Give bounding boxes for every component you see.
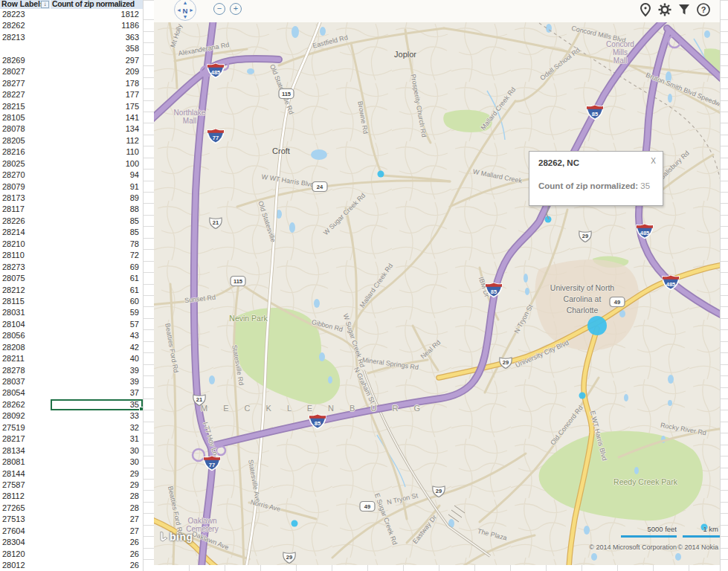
row-label-cell[interactable]: 28079 [0,181,51,193]
table-row[interactable]: 2814429 [0,468,143,480]
count-value-cell[interactable]: 358 [51,43,143,54]
count-value-cell[interactable]: 57 [51,319,143,330]
row-label-cell[interactable]: 28223 [0,9,51,20]
count-value-cell[interactable]: 178 [51,78,143,89]
count-value-cell[interactable]: 1812 [51,9,143,20]
row-label-cell[interactable]: 28270 [0,170,51,181]
table-row[interactable]: 2811560 [0,296,143,307]
table-row[interactable]: 28205112 [0,135,143,146]
count-value-cell[interactable]: 209 [51,66,143,77]
row-label-cell[interactable]: 28120 [0,549,51,560]
row-label-cell[interactable]: 28205 [0,135,51,146]
row-label-cell[interactable]: 28212 [0,285,51,296]
table-row[interactable]: 2808130 [0,457,143,468]
table-row[interactable]: 2821731 [0,433,143,445]
count-value-cell[interactable]: 141 [51,112,143,123]
count-value-cell[interactable]: 40 [51,353,143,364]
row-label-cell[interactable]: 28277 [0,78,51,89]
count-value-cell[interactable]: 61 [51,273,143,284]
row-label-cell[interactable]: 28227 [0,89,51,100]
count-value-cell[interactable]: 32 [51,422,143,433]
map-data-point[interactable] [579,393,586,399]
row-label-cell[interactable]: 28081 [0,457,51,468]
table-row[interactable]: 2821485 [0,227,143,238]
table-row[interactable]: 28025100 [0,158,143,170]
row-label-cell[interactable]: 28173 [0,193,51,204]
row-label-cell[interactable]: 28213 [0,32,51,43]
count-value-cell[interactable]: 39 [51,376,143,387]
count-value-cell[interactable]: 94 [51,170,143,181]
table-row[interactable]: 2810457 [0,319,143,330]
row-label-cell[interactable]: 28054 [0,387,51,399]
table-row[interactable]: 28277178 [0,78,143,89]
zoom-in-button[interactable]: + [230,3,242,15]
count-value-cell[interactable]: 110 [51,146,143,158]
count-value-cell[interactable]: 88 [51,204,143,215]
count-value-cell[interactable]: 37 [51,387,143,399]
table-row[interactable]: 28027209 [0,66,143,77]
row-label-cell[interactable]: 28262 [0,399,51,410]
count-value-cell[interactable]: 78 [51,239,143,250]
settings-icon[interactable] [657,2,672,17]
pan-north-icon[interactable]: ▲ [183,0,188,5]
row-label-cell[interactable]: 28037 [0,376,51,387]
table-row[interactable]: 282621186 [0,20,143,31]
row-label-cell[interactable]: 28216 [0,146,51,158]
table-row[interactable]: 282231812 [0,9,143,20]
row-label-cell[interactable]: 28115 [0,296,51,307]
count-value-cell[interactable]: 112 [51,135,143,146]
count-value-cell[interactable]: 134 [51,123,143,135]
row-label-cell[interactable] [0,43,51,54]
row-label-cell[interactable]: 28210 [0,239,51,250]
row-label-cell[interactable]: 28269 [0,55,51,66]
map-data-point[interactable] [378,171,384,178]
count-value-cell[interactable]: 69 [51,262,143,273]
count-value-cell[interactable]: 28 [51,491,143,502]
table-row[interactable]: 2822685 [0,216,143,227]
count-value-cell[interactable]: 33 [51,410,143,422]
count-value-cell[interactable]: 59 [51,307,143,318]
table-row[interactable]: 2751327 [0,514,143,525]
table-row[interactable]: 28215175 [0,101,143,112]
count-value-cell[interactable]: 177 [51,89,143,100]
bing-logo[interactable]: bing [160,531,193,543]
table-row[interactable]: 28213363 [0,32,143,43]
map-data-point[interactable] [291,520,298,527]
table-row[interactable]: 2809233 [0,410,143,422]
bing-map-canvas[interactable]: JoplorCroftNorthlake MallNevin ParkM E C… [154,22,720,565]
table-row[interactable]: 2827369 [0,262,143,273]
table-row[interactable]: 2726528 [0,503,143,514]
table-row[interactable]: 2811228 [0,491,143,502]
count-value-cell[interactable]: 39 [51,365,143,376]
table-row[interactable]: 2803739 [0,376,143,387]
count-value-cell[interactable]: 100 [51,158,143,170]
table-row[interactable]: 2807561 [0,273,143,284]
table-row[interactable]: 2803159 [0,307,143,318]
count-value-cell[interactable]: 297 [51,55,143,66]
row-label-cell[interactable]: 28056 [0,330,51,341]
compass-control[interactable]: ▲ ▼ ◄ ► N [174,0,196,21]
table-row[interactable]: 28227177 [0,89,143,100]
count-value-cell[interactable]: 175 [51,101,143,112]
table-row[interactable]: 2801226 [0,560,143,571]
table-row[interactable]: 2758729 [0,480,143,491]
count-value-cell[interactable]: 31 [51,433,143,445]
count-value-cell[interactable]: 72 [51,250,143,261]
table-row[interactable]: 2805643 [0,330,143,341]
table-row[interactable]: 2751932 [0,422,143,433]
help-icon[interactable]: ? [696,2,711,17]
pan-west-icon[interactable]: ◄ [176,7,181,13]
count-value-cell[interactable]: 363 [51,32,143,43]
table-row[interactable]: 2826235 [0,399,143,410]
count-value-cell[interactable]: 30 [51,457,143,468]
table-row[interactable]: 2830426 [0,537,143,548]
table-row[interactable]: 2813430 [0,445,143,457]
zoom-out-button[interactable]: − [213,3,225,15]
table-row[interactable]: 2821261 [0,285,143,296]
count-value-cell[interactable]: 85 [51,216,143,227]
row-label-cell[interactable]: 28112 [0,491,51,502]
count-value-cell[interactable]: 27 [51,526,143,537]
row-label-cell[interactable]: 28134 [0,445,51,457]
count-value-cell[interactable]: 60 [51,296,143,307]
row-label-cell[interactable]: 28104 [0,319,51,330]
